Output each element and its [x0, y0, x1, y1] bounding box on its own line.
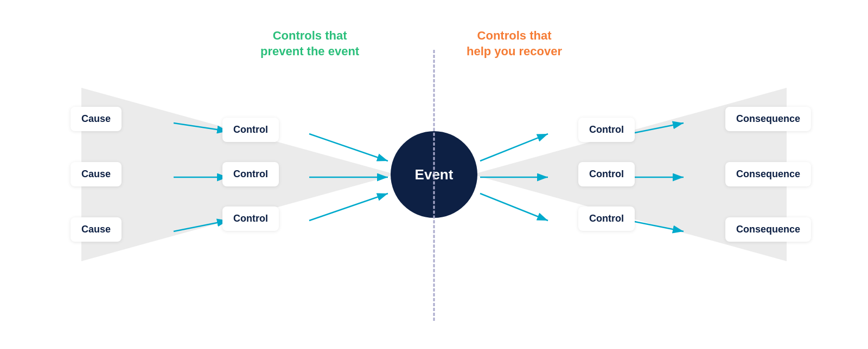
cause-box-3: Cause: [71, 217, 122, 242]
consequence-box-3: Consequence: [725, 217, 811, 242]
header-right: Controls that help you recover: [467, 28, 562, 59]
right-control-box-1: Control: [578, 118, 635, 142]
dashed-divider: [433, 50, 435, 321]
cause-box-2: Cause: [71, 162, 122, 186]
right-control-box-3: Control: [578, 206, 635, 231]
consequence-box-1: Consequence: [725, 107, 811, 131]
left-control-box-1: Control: [222, 118, 279, 142]
header-left: Controls that prevent the event: [260, 28, 359, 59]
consequence-box-2: Consequence: [725, 162, 811, 186]
left-control-box-2: Control: [222, 162, 279, 186]
header-left-text: Controls that prevent the event: [260, 28, 359, 59]
diagram-wrapper: Controls that prevent the event Controls…: [27, 17, 841, 332]
header-right-text: Controls that help you recover: [467, 28, 562, 59]
left-control-box-3: Control: [222, 206, 279, 231]
right-control-box-2: Control: [578, 162, 635, 186]
cause-box-1: Cause: [71, 107, 122, 131]
